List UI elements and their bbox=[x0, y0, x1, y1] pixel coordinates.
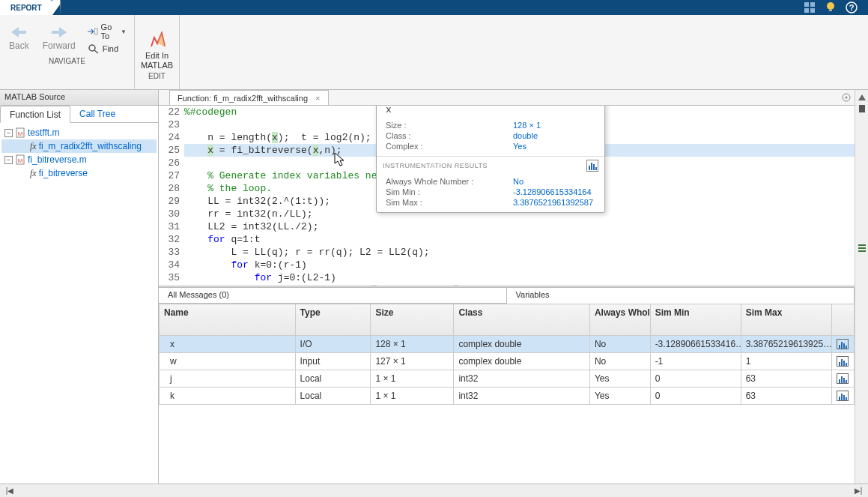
lightbulb-icon[interactable] bbox=[825, 1, 837, 13]
column-header[interactable]: Class bbox=[454, 304, 590, 336]
popup-value: Yes bbox=[513, 142, 526, 151]
function-icon: fx bbox=[30, 141, 37, 152]
search-icon bbox=[88, 43, 100, 54]
popup-label: Sim Min : bbox=[386, 187, 513, 196]
column-header[interactable]: Sim Min bbox=[650, 304, 741, 336]
code-line[interactable]: temp = w(L2-1+j+1) * x(k*L+j+L2+1); bbox=[184, 284, 855, 286]
code-line[interactable]: L = LL(q); r = rr(q); L2 = LL2(q); bbox=[184, 246, 855, 259]
histogram-icon[interactable] bbox=[837, 356, 849, 367]
histogram-icon[interactable] bbox=[837, 373, 849, 384]
forward-label: Forward bbox=[43, 40, 76, 51]
goto-label: Go To bbox=[101, 22, 118, 40]
edit-group-label: EDIT bbox=[148, 70, 166, 82]
popup-label: Sim Max : bbox=[386, 198, 513, 207]
variables-table: NameTypeSizeClassAlways Whole NumberSim … bbox=[159, 304, 855, 405]
popup-value: No bbox=[513, 177, 523, 186]
svg-point-9 bbox=[89, 45, 95, 51]
svg-rect-1 bbox=[810, 2, 815, 7]
variables-table-wrap: NameTypeSizeClassAlways Whole NumberSim … bbox=[159, 304, 855, 484]
matlab-icon[interactable] bbox=[147, 30, 168, 51]
nav-group-label: NAVIGATE bbox=[49, 55, 85, 67]
popup-label: Size : bbox=[386, 121, 513, 130]
column-header[interactable]: Always Whole Number bbox=[589, 304, 650, 336]
editor-tab[interactable]: Function: fi_m_radix2fft_withscaling × bbox=[169, 90, 329, 105]
marker-icon[interactable] bbox=[859, 105, 865, 112]
svg-rect-2 bbox=[804, 8, 809, 13]
tab-variables[interactable]: Variables bbox=[507, 288, 855, 304]
svg-rect-0 bbox=[804, 2, 809, 7]
goto-button[interactable]: Go To ▼ bbox=[85, 21, 130, 42]
histogram-icon[interactable] bbox=[586, 160, 598, 172]
function-icon: fx bbox=[30, 168, 37, 179]
popup-value: 128 × 1 bbox=[513, 121, 541, 130]
edit-in-matlab-button[interactable]: Edit In MATLAB bbox=[141, 51, 173, 70]
popup-value: double bbox=[513, 131, 538, 140]
tab-all-messages[interactable]: All Messages (0) bbox=[159, 288, 507, 304]
close-tab-icon[interactable]: × bbox=[315, 94, 320, 103]
forward-button[interactable]: Forward bbox=[38, 23, 80, 53]
scroll-right-icon[interactable]: ▶| bbox=[852, 486, 865, 496]
file-icon: M bbox=[15, 154, 25, 165]
column-header[interactable]: Size bbox=[371, 304, 454, 336]
back-label: Back bbox=[9, 40, 29, 51]
titlebar: REPORT ? bbox=[0, 0, 868, 15]
svg-rect-3 bbox=[810, 8, 815, 13]
popup-label: Always Whole Number : bbox=[386, 177, 513, 186]
svg-text:?: ? bbox=[849, 3, 855, 12]
variable-info-popup: VARIABLE INFO x Size :128 × 1Class :doub… bbox=[376, 106, 605, 213]
find-button[interactable]: Find bbox=[85, 42, 130, 55]
tab-call-tree[interactable]: Call Tree bbox=[70, 106, 124, 122]
column-header[interactable]: Name bbox=[160, 304, 296, 336]
expander-icon[interactable]: − bbox=[4, 129, 13, 137]
code-line[interactable]: LL2 = int32(LL./2); bbox=[184, 220, 855, 233]
help-icon[interactable]: ? bbox=[846, 1, 858, 13]
tree-file-bitreverse[interactable]: fi_bitreverse.m bbox=[28, 154, 87, 165]
svg-point-16 bbox=[846, 97, 848, 99]
toolstrip: Back Forward Go To ▼ Find NAVIGATE E bbox=[0, 15, 868, 90]
svg-text:M: M bbox=[18, 157, 23, 164]
goto-icon bbox=[88, 27, 98, 36]
svg-rect-8 bbox=[94, 28, 97, 34]
marker-icon[interactable] bbox=[858, 94, 866, 100]
sidebar: MATLAB Source Function List Call Tree − … bbox=[0, 90, 159, 484]
code-line[interactable]: for j=0:(L2-1) bbox=[184, 271, 855, 284]
code-body[interactable]: VARIABLE INFO x Size :128 × 1Class :doub… bbox=[184, 106, 855, 286]
popup-header-instr: INSTRUMENTATION RESULTS bbox=[383, 162, 488, 169]
column-header[interactable]: Sim Max bbox=[741, 304, 831, 336]
statusbar: |◀ ▶| bbox=[0, 484, 868, 497]
minimap-bar[interactable] bbox=[855, 90, 868, 484]
editor-panel: Function: fi_m_radix2fft_withscaling × 2… bbox=[159, 90, 855, 484]
ribbon-tab-report[interactable]: REPORT bbox=[0, 0, 52, 15]
file-tree: − M testfft.m fx fi_m_radix2fft_withscal… bbox=[0, 123, 158, 484]
code-line[interactable]: for q=1:t bbox=[184, 233, 855, 246]
svg-rect-5 bbox=[829, 10, 832, 11]
table-row[interactable]: jLocal1 × 1int32Yes063 bbox=[160, 370, 855, 388]
file-icon: M bbox=[15, 127, 25, 138]
code-area[interactable]: 2223242526272829303132333435363738394041… bbox=[159, 106, 855, 286]
back-button[interactable]: Back bbox=[4, 23, 34, 53]
scroll-left-icon[interactable]: |◀ bbox=[3, 486, 16, 496]
tree-fn-radix2fft[interactable]: fi_m_radix2fft_withscaling bbox=[39, 141, 142, 151]
column-header[interactable] bbox=[831, 304, 854, 336]
histogram-icon[interactable] bbox=[837, 391, 849, 401]
column-header[interactable]: Type bbox=[295, 304, 371, 336]
editor-tab-label: Function: fi_m_radix2fft_withscaling bbox=[177, 94, 308, 103]
tree-file-testfft[interactable]: testfft.m bbox=[28, 127, 59, 138]
tree-fn-bitreverse[interactable]: fi_bitreverse bbox=[39, 168, 88, 178]
popup-label: Complex : bbox=[386, 142, 513, 151]
popup-value: 3.3876521961392587 bbox=[513, 198, 593, 207]
expander-icon[interactable]: − bbox=[4, 156, 13, 164]
code-line[interactable]: for k=0:(r-1) bbox=[184, 259, 855, 271]
table-row[interactable]: kLocal1 × 1int32Yes063 bbox=[160, 388, 855, 405]
histogram-icon[interactable] bbox=[837, 339, 849, 349]
gear-icon[interactable] bbox=[841, 92, 852, 103]
popup-value: -3.128906615334164 bbox=[513, 187, 592, 196]
svg-text:M: M bbox=[18, 130, 23, 137]
grid-icon[interactable] bbox=[804, 1, 816, 13]
tab-function-list[interactable]: Function List bbox=[0, 106, 70, 123]
line-gutter: 2223242526272829303132333435363738394041 bbox=[159, 106, 184, 286]
sidebar-title: MATLAB Source bbox=[0, 90, 158, 106]
find-label: Find bbox=[103, 44, 118, 53]
table-row[interactable]: xI/O128 × 1complex doubleNo-3.1289066153… bbox=[160, 336, 855, 353]
table-row[interactable]: wInput127 × 1complex doubleNo-11 bbox=[160, 353, 855, 370]
